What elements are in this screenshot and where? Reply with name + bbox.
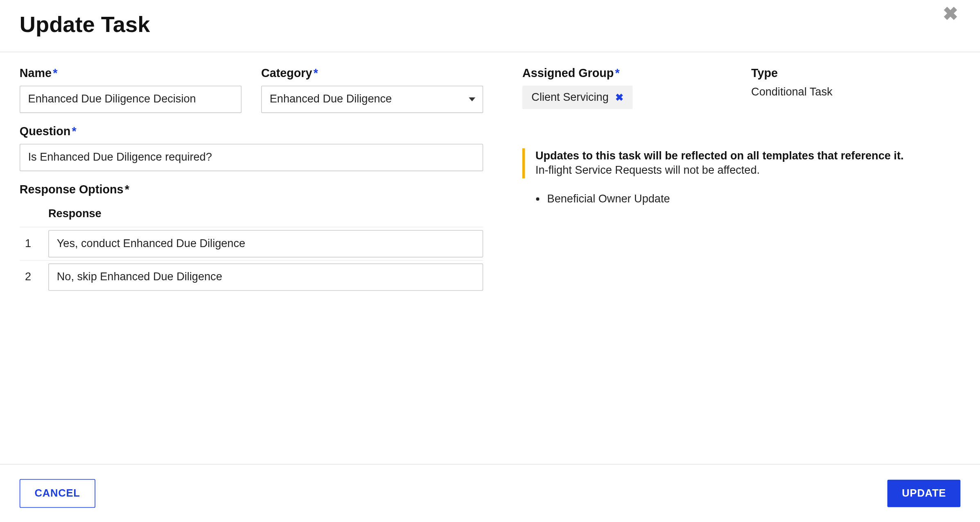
- template-reference-list: Beneficial Owner Update: [522, 193, 960, 206]
- assigned-group-label-text: Assigned Group: [522, 67, 614, 80]
- question-label-text: Question: [20, 125, 70, 138]
- type-field: Type Conditional Task: [751, 67, 960, 109]
- response-options-label: Response Options*: [20, 183, 503, 197]
- response-column-header: Response: [48, 207, 102, 220]
- top-row: Name* Category* Enhanced Due Diligence: [20, 67, 503, 125]
- modal-body: Name* Category* Enhanced Due Diligence: [0, 52, 980, 464]
- right-top-row: Assigned Group* Client Servicing ✖ Type …: [522, 67, 960, 109]
- response-input-2[interactable]: [48, 263, 483, 291]
- name-label: Name*: [20, 67, 242, 80]
- category-label: Category*: [261, 67, 483, 80]
- required-mark: *: [72, 125, 76, 138]
- required-mark: *: [314, 67, 318, 80]
- chevron-down-icon: [469, 98, 475, 102]
- update-button[interactable]: UPDATE: [887, 480, 960, 507]
- required-mark: *: [615, 67, 620, 80]
- notice-bold-text: Updates to this task will be reflected o…: [535, 150, 960, 163]
- notice-text: In-flight Service Requests will not be a…: [535, 164, 960, 177]
- left-column: Name* Category* Enhanced Due Diligence: [20, 67, 503, 458]
- response-row-number: 1: [20, 237, 36, 250]
- category-field-group: Category* Enhanced Due Diligence: [261, 67, 483, 113]
- category-label-text: Category: [261, 67, 312, 80]
- assigned-group-field: Assigned Group* Client Servicing ✖: [522, 67, 732, 109]
- question-field-group: Question*: [20, 125, 503, 171]
- response-options-label-text: Response Options: [20, 183, 124, 196]
- type-label: Type: [751, 67, 960, 80]
- category-value: Enhanced Due Diligence: [270, 93, 392, 106]
- close-icon[interactable]: ✖: [940, 5, 960, 24]
- assigned-group-chip: Client Servicing ✖: [522, 86, 633, 109]
- type-label-text: Type: [751, 67, 778, 80]
- chip-label: Client Servicing: [531, 91, 608, 104]
- question-input[interactable]: [20, 144, 483, 171]
- assigned-group-label: Assigned Group*: [522, 67, 732, 80]
- modal-header: Update Task ✖: [0, 0, 980, 52]
- response-row-number: 2: [20, 270, 36, 284]
- response-row: 1: [20, 227, 483, 260]
- response-options-group: Response Options* Response 1 2: [20, 183, 503, 294]
- remove-chip-icon[interactable]: ✖: [615, 91, 624, 103]
- response-input-1[interactable]: [48, 230, 483, 257]
- list-item: Beneficial Owner Update: [547, 193, 961, 206]
- required-mark: *: [53, 67, 57, 80]
- category-select-wrap: Enhanced Due Diligence: [261, 86, 483, 113]
- name-input[interactable]: [20, 86, 242, 113]
- notice-banner: Updates to this task will be reflected o…: [522, 148, 960, 178]
- update-task-modal: Update Task ✖ Name* Category*: [0, 0, 980, 522]
- response-table-header: Response: [20, 202, 483, 227]
- name-field-group: Name*: [20, 67, 242, 113]
- response-row: 2: [20, 260, 483, 293]
- required-mark: *: [125, 183, 129, 196]
- name-label-text: Name: [20, 67, 52, 80]
- response-table: Response 1 2: [20, 202, 483, 293]
- modal-title: Update Task: [20, 12, 150, 37]
- question-label: Question*: [20, 125, 503, 138]
- type-value: Conditional Task: [751, 86, 960, 99]
- category-select[interactable]: Enhanced Due Diligence: [261, 86, 483, 113]
- cancel-button[interactable]: CANCEL: [20, 479, 95, 508]
- modal-footer: CANCEL UPDATE: [0, 464, 980, 522]
- right-column: Assigned Group* Client Servicing ✖ Type …: [522, 67, 960, 458]
